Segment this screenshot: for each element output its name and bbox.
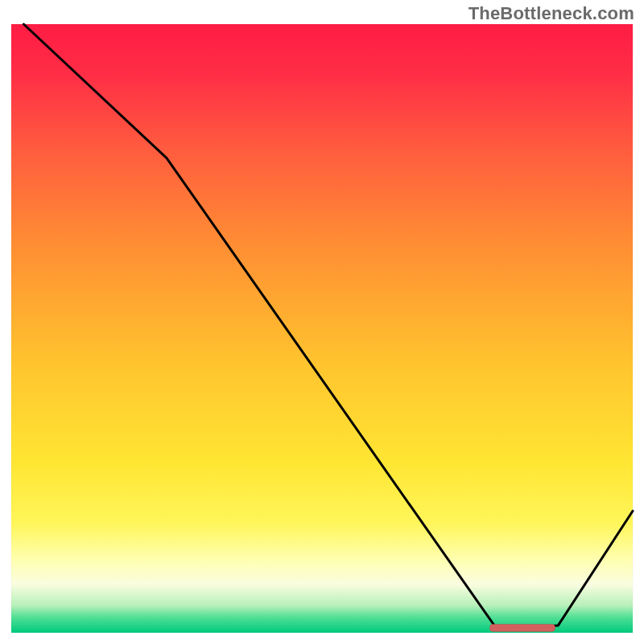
chart-canvas: TheBottleneck.com bbox=[0, 0, 644, 644]
optimal-marker bbox=[489, 624, 555, 631]
bottleneck-curve-chart bbox=[0, 0, 644, 644]
gradient-background bbox=[11, 24, 633, 633]
watermark-text: TheBottleneck.com bbox=[469, 3, 634, 24]
